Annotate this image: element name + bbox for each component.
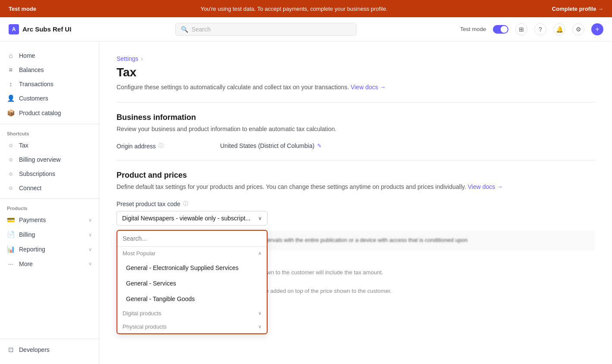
home-icon: ⌂ [7, 52, 15, 59]
preset-info-icon[interactable]: ⓘ [183, 200, 188, 207]
dropdown-search-input[interactable] [123, 235, 262, 242]
preset-label: Preset product tax code ⓘ [117, 200, 595, 207]
preset-dropdown-select[interactable]: Digital Newspapers - viewable only - sub… [117, 211, 268, 226]
sidebar-divider-3 [0, 339, 99, 339]
sidebar-item-reporting[interactable]: 📊 Reporting ∨ [0, 242, 99, 257]
subscriptions-icon: ○ [7, 170, 15, 177]
apps-icon[interactable]: ⊞ [515, 23, 527, 35]
sidebar-item-payments[interactable]: 💳 Payments ∨ [0, 213, 99, 227]
sidebar-item-billing-overview[interactable]: ○ Billing overview [0, 152, 99, 166]
developers-icon: ⊡ [7, 346, 15, 354]
sidebar-label-customers: Customers [19, 95, 48, 102]
tax-icon: ○ [7, 141, 15, 149]
add-button[interactable]: + [591, 23, 603, 35]
app-name: Arc Subs Ref UI [22, 25, 71, 33]
sidebar-label-balances: Balances [19, 66, 44, 73]
products-section-title: Product and prices [117, 171, 595, 180]
most-popular-chevron-icon: ∧ [258, 251, 262, 256]
sidebar-item-product-catalog[interactable]: 📦 Product catalog [0, 106, 99, 120]
physical-products-label: Physical products [123, 323, 167, 330]
sidebar-label-connect: Connect [19, 185, 41, 191]
sidebar-label-billing-overview: Billing overview [19, 156, 60, 163]
sidebar-label-billing: Billing [19, 231, 35, 238]
section-divider-2 [117, 160, 595, 160]
sidebar-item-subscriptions[interactable]: ○ Subscriptions [0, 166, 99, 181]
balances-icon: ≡ [7, 66, 15, 73]
products-view-docs-link[interactable]: View docs → [468, 183, 503, 190]
connect-icon: ○ [7, 184, 15, 191]
help-icon[interactable]: ? [534, 23, 546, 35]
sidebar-bottom: ⊡ Developers [0, 335, 99, 357]
option-services[interactable]: General - Services [117, 276, 267, 291]
billing-overview-icon: ○ [7, 156, 15, 163]
sidebar-label-tax: Tax [19, 142, 28, 149]
sidebar-label-subscriptions: Subscriptions [19, 170, 55, 177]
dropdown-search-container [117, 231, 267, 247]
notifications-icon[interactable]: 🔔 [553, 23, 565, 35]
breadcrumb-separator: › [141, 55, 143, 62]
dropdown-chevron-icon: ∨ [258, 215, 262, 221]
preset-section: Preset product tax code ⓘ Digital Newspa… [117, 200, 595, 250]
most-popular-group-header[interactable]: Most Popular ∧ [117, 247, 267, 260]
more-icon: ··· [7, 260, 15, 267]
sidebar-main-nav: ⌂ Home ≡ Balances ↕ Transactions 👤 Custo… [0, 48, 99, 120]
main-content: Settings › Tax Configure these settings … [99, 41, 612, 364]
sidebar-item-transactions[interactable]: ↕ Transactions [0, 77, 99, 91]
test-mode-toggle[interactable] [493, 25, 508, 34]
sidebar-item-home[interactable]: ⌂ Home [0, 48, 99, 63]
products-label: Products [0, 202, 99, 213]
origin-address-label: Origin address ⓘ [117, 142, 203, 150]
digital-products-group-header[interactable]: Digital products ∨ [117, 307, 267, 320]
preset-dropdown-container: Digital Newspapers - viewable only - sub… [117, 211, 268, 226]
sidebar-divider-1 [0, 124, 99, 124]
sidebar-item-customers[interactable]: 👤 Customers [0, 91, 99, 106]
billing-chevron-icon: ∨ [88, 232, 92, 238]
sidebar-label-more: More [19, 260, 33, 267]
settings-icon[interactable]: ⚙ [572, 23, 584, 35]
header-bar: A Arc Subs Ref UI 🔍 Search Test mode ⊞ ?… [0, 17, 612, 41]
digital-products-label: Digital products [123, 310, 161, 317]
test-mode-label: Test mode [460, 26, 486, 32]
sidebar-item-developers[interactable]: ⊡ Developers [0, 342, 99, 357]
sidebar-label-home: Home [19, 52, 35, 59]
layout: ⌂ Home ≡ Balances ↕ Transactions 👤 Custo… [0, 41, 612, 364]
sidebar-label-transactions: Transactions [19, 81, 54, 88]
products-section-desc: Define default tax settings for your pro… [117, 182, 595, 191]
app-logo: A Arc Subs Ref UI [9, 24, 71, 35]
customers-icon: 👤 [7, 94, 15, 102]
sidebar-label-developers: Developers [19, 346, 50, 353]
sidebar: ⌂ Home ≡ Balances ↕ Transactions 👤 Custo… [0, 41, 99, 364]
business-section-desc: Review your business and product informa… [117, 125, 595, 134]
origin-address-value: United States (District of Columbia) ✎ [220, 142, 322, 149]
sidebar-item-balances[interactable]: ≡ Balances [0, 63, 99, 77]
business-section-title: Business information [117, 113, 595, 122]
sidebar-item-billing[interactable]: 📄 Billing ∨ [0, 227, 99, 242]
header-left: A Arc Subs Ref UI [9, 24, 71, 35]
top-banner: Test mode You're using test data. To acc… [0, 0, 612, 17]
sidebar-label-payments: Payments [19, 217, 46, 223]
payments-chevron-icon: ∨ [88, 217, 92, 223]
digital-products-chevron-icon: ∨ [258, 311, 262, 316]
physical-products-group-header[interactable]: Physical products ∨ [117, 320, 267, 333]
origin-address-info-icon[interactable]: ⓘ [158, 142, 164, 150]
sidebar-item-connect[interactable]: ○ Connect [0, 181, 99, 195]
shortcuts-label: Shortcuts [0, 128, 99, 138]
products-desc-text: Define default tax settings for your pro… [117, 183, 466, 190]
sidebar-item-tax[interactable]: ○ Tax [0, 138, 99, 152]
sidebar-item-more[interactable]: ··· More ∨ [0, 257, 99, 271]
breadcrumb-settings-link[interactable]: Settings [117, 55, 139, 62]
page-view-docs-link[interactable]: View docs → [350, 84, 385, 91]
reporting-icon: 📊 [7, 245, 15, 253]
option-tangible-goods[interactable]: General - Tangible Goods [117, 291, 267, 307]
option-electronically-supplied[interactable]: General - Electronically Supplied Servic… [117, 260, 267, 276]
transactions-icon: ↕ [7, 80, 15, 88]
page-title: Tax [117, 66, 595, 79]
origin-address-field: Origin address ⓘ United States (District… [117, 142, 595, 150]
most-popular-label: Most Popular [123, 250, 156, 257]
sidebar-divider-2 [0, 198, 99, 199]
physical-products-chevron-icon: ∨ [258, 324, 262, 329]
complete-profile-button[interactable]: Complete profile → [552, 6, 603, 12]
logo-icon: A [9, 24, 19, 35]
origin-address-edit-icon[interactable]: ✎ [317, 143, 322, 149]
search-bar[interactable]: 🔍 Search [175, 23, 356, 36]
